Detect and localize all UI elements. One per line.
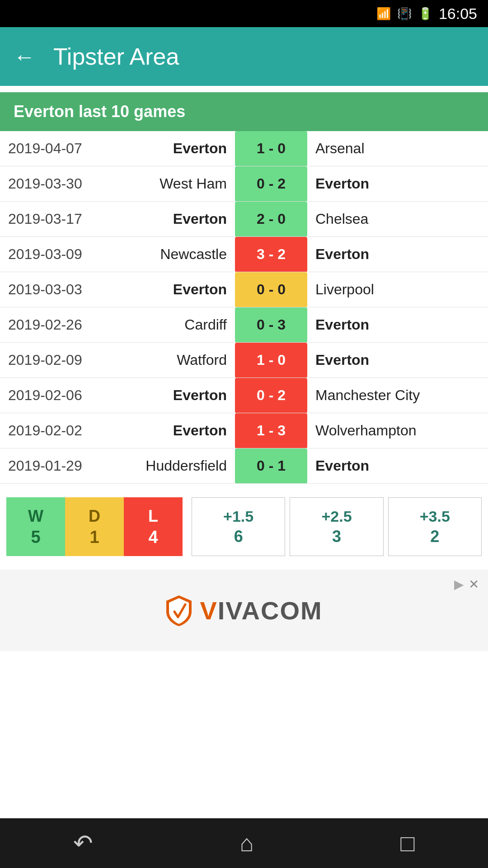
away-team: Everton: [307, 448, 488, 484]
table-row: 2019-03-17Everton2 - 0Chelsea: [0, 202, 488, 237]
away-team: Liverpool: [307, 272, 488, 307]
status-bar: 📶 📳 🔋 16:05: [0, 0, 488, 27]
games-table: 2019-04-07Everton1 - 0Arsenal2019-03-30W…: [0, 131, 488, 484]
odds-cell: +2.53: [290, 497, 383, 556]
status-time: 16:05: [439, 5, 477, 23]
home-team: Everton: [108, 202, 235, 237]
header: ← Tipster Area: [0, 27, 488, 86]
section-header: Everton last 10 games: [0, 92, 488, 131]
home-team: Newcastle: [108, 237, 235, 272]
game-date: 2019-03-09: [0, 237, 108, 272]
game-date: 2019-03-03: [0, 272, 108, 307]
game-score: 0 - 2: [235, 378, 307, 413]
table-row: 2019-03-03Everton0 - 0Liverpool: [0, 272, 488, 307]
odds-value: 6: [234, 527, 243, 546]
home-team: Everton: [108, 272, 235, 307]
home-team: Everton: [108, 131, 235, 166]
wifi-icon: 📶: [376, 7, 391, 21]
game-date: 2019-02-02: [0, 413, 108, 448]
game-score: 0 - 0: [235, 272, 307, 307]
away-team: Manchester City: [307, 378, 488, 413]
odds-label: +2.5: [321, 508, 352, 525]
ad-play-icon: ▶: [454, 577, 464, 592]
game-date: 2019-03-17: [0, 202, 108, 237]
table-row: 2019-02-06Everton0 - 2Manchester City: [0, 378, 488, 413]
away-team: Wolverhampton: [307, 413, 488, 448]
section-title: Everton last 10 games: [14, 102, 185, 121]
odds-value: 2: [430, 527, 439, 546]
draw-cell: D 1: [65, 497, 124, 556]
odds-label: +1.5: [223, 508, 253, 525]
draw-value: 1: [89, 528, 99, 547]
wdl-block: W 5 D 1 L 4: [6, 497, 183, 556]
table-row: 2019-04-07Everton1 - 0Arsenal: [0, 131, 488, 166]
table-row: 2019-02-09Watford1 - 0Everton: [0, 343, 488, 378]
status-icons: 📶 📳 🔋 16:05: [376, 5, 477, 23]
table-row: 2019-02-02Everton1 - 3Wolverhampton: [0, 413, 488, 448]
game-date: 2019-02-09: [0, 343, 108, 378]
game-score: 0 - 1: [235, 448, 307, 484]
table-row: 2019-03-30West Ham0 - 2Everton: [0, 166, 488, 202]
game-score: 0 - 2: [235, 166, 307, 202]
away-team: Everton: [307, 166, 488, 202]
away-team: Everton: [307, 343, 488, 378]
sim-icon: 📳: [397, 7, 412, 21]
away-team: Everton: [307, 307, 488, 343]
back-button[interactable]: ←: [14, 44, 35, 69]
close-icon[interactable]: ✕: [469, 577, 479, 592]
game-date: 2019-02-06: [0, 378, 108, 413]
game-score: 1 - 0: [235, 131, 307, 166]
odds-block: +1.56+2.53+3.52: [192, 497, 482, 556]
page-title: Tipster Area: [53, 43, 179, 70]
game-date: 2019-03-30: [0, 166, 108, 202]
away-team: Everton: [307, 237, 488, 272]
home-team: Cardiff: [108, 307, 235, 343]
table-row: 2019-03-09Newcastle3 - 2Everton: [0, 237, 488, 272]
summary-section: W 5 D 1 L 4 +1.56+2.53+3.52: [6, 497, 482, 556]
away-team: Chelsea: [307, 202, 488, 237]
recents-nav-icon[interactable]: □: [400, 830, 414, 857]
home-team: Everton: [108, 413, 235, 448]
vivacom-logo: VIVACOM: [165, 594, 322, 626]
ad-close-area[interactable]: ▶ ✕: [454, 577, 479, 592]
home-team: West Ham: [108, 166, 235, 202]
odds-cell: +1.56: [192, 497, 285, 556]
battery-icon: 🔋: [418, 7, 432, 21]
vivacom-shield-icon: [165, 594, 192, 626]
game-date: 2019-04-07: [0, 131, 108, 166]
loss-label: L: [148, 507, 158, 526]
back-nav-icon[interactable]: ↶: [73, 830, 93, 857]
odds-cell: +3.52: [388, 497, 482, 556]
home-nav-icon[interactable]: ⌂: [240, 830, 254, 857]
away-team: Arsenal: [307, 131, 488, 166]
game-date: 2019-02-26: [0, 307, 108, 343]
ad-banner: ▶ ✕ VIVACOM: [0, 570, 488, 651]
win-cell: W 5: [6, 497, 65, 556]
odds-label: +3.5: [420, 508, 450, 525]
game-score: 1 - 3: [235, 413, 307, 448]
odds-value: 3: [332, 527, 341, 546]
game-score: 1 - 0: [235, 343, 307, 378]
home-team: Watford: [108, 343, 235, 378]
game-score: 0 - 3: [235, 307, 307, 343]
win-value: 5: [31, 528, 40, 547]
home-team: Huddersfield: [108, 448, 235, 484]
game-score: 3 - 2: [235, 237, 307, 272]
loss-value: 4: [148, 528, 158, 547]
table-row: 2019-01-29Huddersfield0 - 1Everton: [0, 448, 488, 484]
win-label: W: [28, 507, 43, 526]
home-team: Everton: [108, 378, 235, 413]
table-row: 2019-02-26Cardiff0 - 3Everton: [0, 307, 488, 343]
game-score: 2 - 0: [235, 202, 307, 237]
ad-brand-name: VIVACOM: [200, 596, 322, 625]
bottom-nav: ↶ ⌂ □: [0, 818, 488, 868]
draw-label: D: [89, 507, 100, 526]
game-date: 2019-01-29: [0, 448, 108, 484]
loss-cell: L 4: [124, 497, 183, 556]
